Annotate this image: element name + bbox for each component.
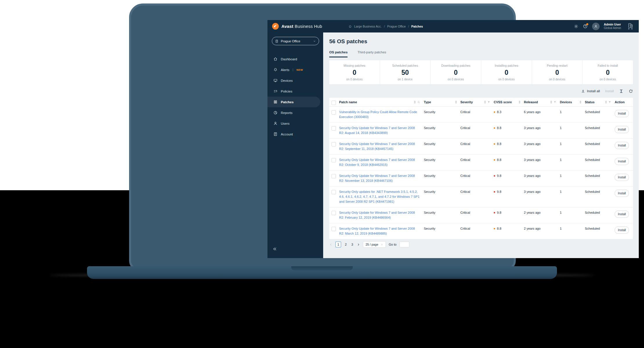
column-header-severity[interactable]: Severity: [460, 100, 473, 104]
sort-icon[interactable]: [484, 101, 486, 104]
column-header-patch-name[interactable]: Patch name: [339, 100, 357, 104]
cvss-value: 8.3: [497, 110, 501, 115]
home-icon[interactable]: [348, 25, 352, 28]
chevron-down-icon: [313, 40, 316, 43]
sort-icon[interactable]: [414, 101, 416, 104]
row-checkbox[interactable]: [332, 142, 336, 146]
filter-icon[interactable]: [553, 101, 556, 104]
select-all-checkbox[interactable]: [332, 101, 336, 105]
sidebar-item-dashboard[interactable]: Dashboard: [267, 54, 323, 64]
row-checkbox[interactable]: [332, 174, 336, 178]
patch-name-link[interactable]: Security Only updates for .NET Framework…: [339, 190, 419, 203]
search-icon[interactable]: [417, 101, 420, 104]
breadcrumb-item[interactable]: Large Business Acc.: [354, 25, 382, 28]
patch-name-link[interactable]: Security Only Update for Windows 7 and S…: [339, 158, 415, 166]
gear-icon[interactable]: [574, 24, 578, 29]
row-checkbox[interactable]: [332, 227, 336, 231]
column-header-cvss[interactable]: CVSS score: [494, 100, 512, 104]
install-all-button[interactable]: Install all: [581, 89, 600, 93]
user-block[interactable]: Admin User Global Admin: [604, 23, 621, 30]
pagination: 1 2 3 25 / page Go to: [329, 241, 633, 251]
stat-label: Missing patches: [343, 64, 365, 67]
filter-icon[interactable]: [608, 101, 611, 104]
cvss-dot: [494, 191, 495, 193]
cvss-dot: [494, 175, 495, 177]
page-size-select[interactable]: 25 / page: [363, 241, 386, 248]
sidebar-item-alerts[interactable]: Alerts | NEW: [267, 64, 323, 75]
column-header-devices[interactable]: Devices: [560, 100, 572, 104]
install-row-button[interactable]: Install: [615, 211, 629, 218]
table-row: Security Only Update for Windows 7 and S…: [329, 123, 633, 139]
table-row: Security Only Update for Windows 7 and S…: [329, 207, 633, 223]
install-row-button[interactable]: Install: [615, 126, 629, 133]
collapse-sidebar-icon[interactable]: [273, 247, 277, 251]
cvss-value: 8.8: [497, 226, 501, 231]
row-checkbox[interactable]: [332, 110, 336, 115]
install-row-button[interactable]: Install: [615, 110, 629, 117]
install-row-button[interactable]: Install: [615, 190, 629, 197]
stat-value: 0: [606, 69, 610, 77]
filter-icon[interactable]: [487, 101, 490, 104]
avatar[interactable]: [592, 23, 600, 30]
sort-icon[interactable]: [550, 101, 552, 104]
tab-third-party-patches[interactable]: Third-party patches: [357, 50, 386, 57]
stat-label: Downloading patches: [441, 64, 470, 67]
stat-installing: Installing patches 0 on 0 devices: [481, 60, 532, 84]
sidebar-item-label: Policies: [281, 90, 292, 93]
sidebar-item-account[interactable]: Account: [267, 129, 323, 139]
row-checkbox[interactable]: [332, 158, 336, 162]
cell-severity: Critical: [460, 107, 494, 117]
patch-name-link[interactable]: Security Only Update for Windows 7 and S…: [339, 142, 415, 151]
patch-name-link[interactable]: Vulnerability in Group Policy Could Allo…: [339, 110, 417, 119]
next-page-icon[interactable]: [357, 243, 360, 246]
column-header-status[interactable]: Status: [585, 100, 595, 104]
org-selector[interactable]: Prague Office: [272, 37, 319, 45]
cell-status: Scheduled: [585, 107, 615, 117]
tab-os-patches[interactable]: OS patches: [329, 50, 348, 57]
breadcrumb-item[interactable]: Prague Office: [387, 25, 406, 28]
cell-devices: 1: [560, 171, 585, 181]
company-switcher-icon[interactable]: [627, 23, 634, 30]
sidebar-item-users[interactable]: Users: [267, 118, 323, 129]
sidebar-item-reports[interactable]: Reports: [267, 107, 323, 118]
table-body: Vulnerability in Group Policy Could Allo…: [329, 107, 633, 239]
stat-failed: Failed to install 0 on 0 devices: [582, 60, 633, 84]
patch-name-link[interactable]: Security Only Update for Windows 7 and S…: [339, 174, 415, 182]
sort-icon[interactable]: [580, 101, 581, 104]
patch-name-link[interactable]: Security Only Update for Windows 7 and S…: [339, 227, 415, 235]
install-row-button[interactable]: Install: [615, 174, 629, 181]
row-checkbox[interactable]: [332, 126, 336, 130]
sidebar-item-patches[interactable]: Patches: [267, 97, 320, 107]
sort-icon[interactable]: [519, 101, 520, 104]
row-checkbox[interactable]: [332, 211, 336, 215]
column-header-type[interactable]: Type: [424, 100, 431, 104]
cell-type: Security: [424, 207, 460, 218]
row-checkbox[interactable]: [332, 190, 336, 194]
prev-page-icon[interactable]: [329, 243, 332, 246]
goto-page-input[interactable]: [399, 242, 409, 247]
refresh-icon[interactable]: [629, 89, 633, 93]
cell-status: Scheduled: [585, 155, 615, 165]
page-button-3[interactable]: 3: [350, 243, 354, 246]
install-button[interactable]: Install: [605, 89, 614, 93]
cell-released: 3 years ago: [524, 171, 560, 181]
page-button-2[interactable]: 2: [344, 243, 348, 246]
bell-icon: [273, 68, 278, 72]
sort-icon[interactable]: [455, 101, 457, 104]
column-header-released[interactable]: Released: [524, 100, 538, 104]
cell-released: 3 years ago: [524, 123, 560, 133]
sort-icon[interactable]: [605, 101, 607, 104]
patch-name-link[interactable]: Security Only Update for Windows 7 and S…: [339, 211, 415, 219]
patch-name-link[interactable]: Security Only Update for Windows 7 and S…: [339, 126, 415, 135]
cvss-value: 9.8: [497, 173, 501, 178]
install-row-button[interactable]: Install: [615, 142, 629, 149]
install-row-button[interactable]: Install: [615, 158, 629, 165]
page-button-1[interactable]: 1: [335, 242, 341, 247]
sidebar-item-label: Dashboard: [281, 57, 297, 61]
cell-status: Scheduled: [585, 171, 615, 181]
sidebar-item-devices[interactable]: Devices: [267, 75, 323, 86]
sidebar-item-policies[interactable]: Policies: [267, 86, 323, 97]
column-height-icon[interactable]: [619, 89, 623, 93]
help-icon[interactable]: [583, 24, 588, 29]
install-row-button[interactable]: Install: [615, 226, 629, 234]
